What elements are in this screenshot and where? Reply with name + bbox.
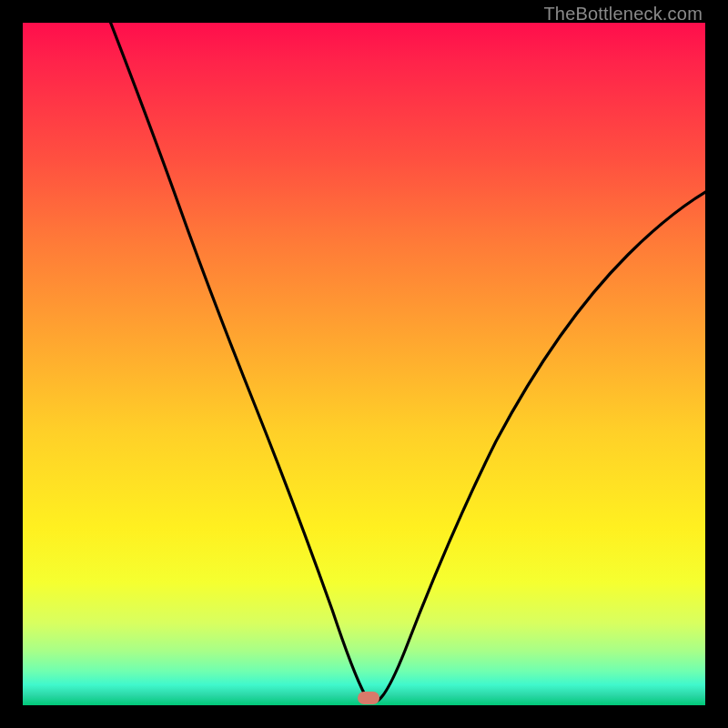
watermark-text: TheBottleneck.com [543, 4, 703, 25]
curve-path [100, 0, 723, 701]
chart-frame: TheBottleneck.com [0, 0, 728, 728]
optimal-point-marker [358, 692, 379, 704]
bottleneck-curve [23, 23, 705, 705]
